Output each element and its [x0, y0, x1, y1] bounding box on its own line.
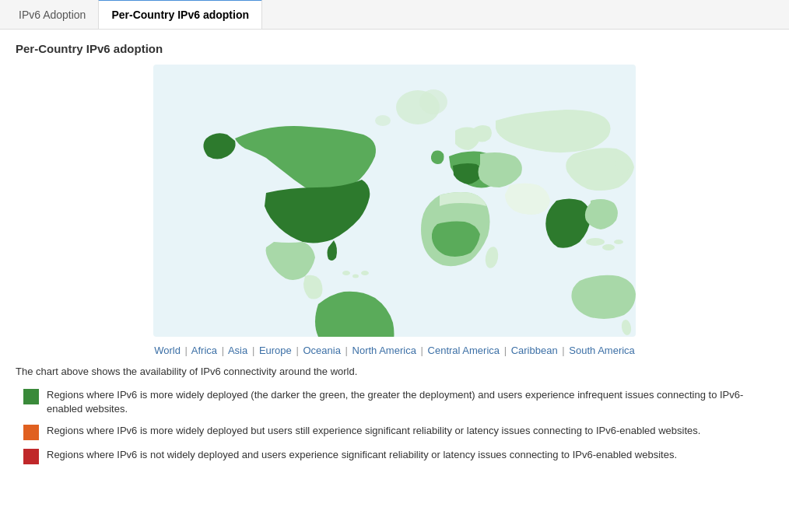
legend-item-red: Regions where IPv6 is not widely deploye… [23, 448, 773, 464]
legend-color-orange [23, 425, 39, 440]
region-link-europe[interactable]: Europe [259, 345, 292, 356]
page-title: Per-Country IPv6 adoption [16, 42, 773, 55]
legend-text-green: Regions where IPv6 is more widely deploy… [47, 388, 773, 416]
svg-point-4 [342, 271, 350, 275]
world-map [153, 65, 636, 337]
region-link-north-america[interactable]: North America [352, 345, 416, 356]
legend: Regions where IPv6 is more widely deploy… [16, 388, 773, 464]
region-link-africa[interactable]: Africa [191, 345, 217, 356]
region-link-south-america[interactable]: South America [569, 345, 635, 356]
map-container [16, 65, 773, 337]
region-links: World | Africa | Asia | Europe | Oceania… [16, 345, 773, 356]
legend-item-orange: Regions where IPv6 is more widely deploy… [23, 424, 773, 440]
legend-color-red [23, 449, 39, 464]
region-link-asia[interactable]: Asia [228, 345, 247, 356]
svg-point-6 [361, 271, 369, 275]
svg-point-5 [352, 275, 359, 278]
svg-point-11 [602, 244, 615, 250]
tab-bar: IPv6 Adoption Per-Country IPv6 adoption [0, 0, 789, 30]
region-link-caribbean[interactable]: Caribbean [511, 345, 558, 356]
legend-item-green: Regions where IPv6 is more widely deploy… [23, 388, 773, 416]
legend-text-orange: Regions where IPv6 is more widely deploy… [47, 424, 700, 438]
region-link-central-america[interactable]: Central America [428, 345, 500, 356]
chart-description: The chart above shows the availability o… [16, 366, 773, 377]
svg-point-2 [419, 89, 447, 114]
region-link-world[interactable]: World [154, 345, 181, 356]
legend-text-red: Regions where IPv6 is not widely deploye… [47, 448, 677, 462]
tab-ipv6-adoption[interactable]: IPv6 Adoption [6, 0, 98, 29]
tab-per-country[interactable]: Per-Country IPv6 adoption [98, 0, 262, 29]
svg-point-10 [586, 238, 605, 246]
svg-point-3 [375, 115, 391, 126]
svg-point-12 [614, 240, 623, 244]
region-link-oceania[interactable]: Oceania [303, 345, 340, 356]
main-content: Per-Country IPv6 adoption [0, 30, 789, 477]
legend-color-green [23, 389, 39, 404]
